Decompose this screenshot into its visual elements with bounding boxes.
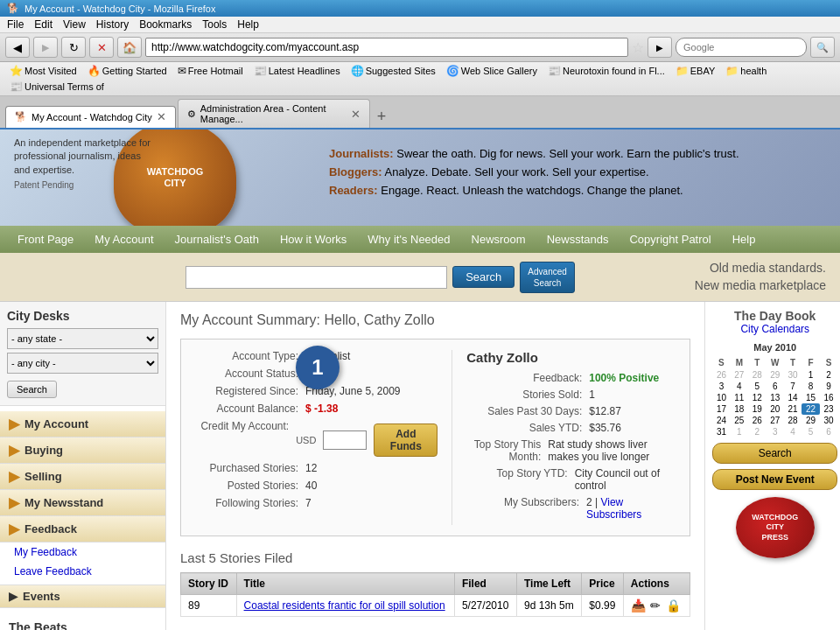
menu-bookmarks[interactable]: Bookmarks [139, 18, 192, 31]
bookmark-neurotoxin[interactable]: 📰 Neurotoxin found in Fl... [543, 64, 669, 78]
cal-day[interactable]: 28 [748, 369, 766, 381]
cal-day[interactable]: 30 [784, 369, 802, 381]
nav-front-page[interactable]: Front Page [7, 226, 84, 253]
cal-day[interactable]: 15 [802, 392, 819, 403]
bookmark-universal-terms[interactable]: 📰 Universal Terms of [5, 80, 108, 94]
cal-day[interactable]: 7 [784, 381, 802, 392]
cal-day-today[interactable]: 22 [802, 403, 819, 415]
lock-icon[interactable]: 🔒 [666, 598, 681, 612]
city-search-button[interactable]: Search [7, 381, 57, 398]
bookmark-headlines[interactable]: 📰 Latest Headlines [249, 64, 345, 78]
leave-feedback-link[interactable]: Leave Feedback [0, 562, 165, 581]
state-select[interactable]: - any state - [7, 328, 158, 349]
cal-day[interactable]: 6 [820, 426, 837, 438]
nav-help[interactable]: Help [722, 226, 766, 253]
sidebar-item-my-newsstand[interactable]: ▶ My Newsstand [0, 490, 165, 516]
bookmark-getting-started[interactable]: 🔥 Getting Started [83, 64, 172, 78]
cal-day[interactable]: 30 [820, 415, 837, 426]
download-icon[interactable]: 📥 [631, 598, 646, 612]
cal-day[interactable]: 23 [820, 403, 837, 415]
cal-day[interactable]: 31 [712, 426, 730, 438]
cal-day[interactable]: 10 [712, 392, 730, 403]
nav-oath[interactable]: Journalist's Oath [164, 226, 270, 253]
sidebar-item-feedback[interactable]: ▶ Feedback [0, 516, 165, 542]
cal-day[interactable]: 13 [766, 392, 784, 403]
nav-why-needed[interactable]: Why it's Needed [357, 226, 460, 253]
my-feedback-link[interactable]: My Feedback [0, 542, 165, 562]
bookmark-health[interactable]: 📁 health [721, 64, 771, 78]
cal-day[interactable]: 11 [731, 392, 748, 403]
cal-day[interactable]: 14 [784, 392, 802, 403]
cal-day[interactable]: 12 [748, 392, 766, 403]
cal-day[interactable]: 29 [766, 369, 784, 381]
go-button[interactable]: ▶ [648, 37, 672, 58]
advanced-search-button[interactable]: AdvancedSearch [520, 262, 574, 293]
cal-day[interactable]: 1 [802, 369, 819, 381]
menu-file[interactable]: File [7, 18, 24, 31]
cal-day[interactable]: 18 [731, 403, 748, 415]
cal-day[interactable]: 28 [784, 415, 802, 426]
menu-history[interactable]: History [96, 18, 129, 31]
cal-day[interactable]: 24 [712, 415, 730, 426]
sidebar-item-events[interactable]: ▶ Events [0, 584, 165, 608]
cal-day[interactable]: 1 [731, 426, 748, 438]
back-button[interactable]: ◀ [5, 37, 30, 58]
city-calendars-link[interactable]: City Calendars [712, 323, 837, 335]
bookmark-most-visited[interactable]: ⭐ Most Visited [5, 64, 81, 78]
cal-day[interactable]: 5 [748, 381, 766, 392]
sidebar-item-buying[interactable]: ▶ Buying [0, 438, 165, 464]
story-title-link[interactable]: Coastal residents frantic for oil spill … [244, 599, 445, 612]
bookmark-star[interactable]: ☆ [632, 39, 644, 56]
cal-day[interactable]: 20 [766, 403, 784, 415]
browser-search-input[interactable] [676, 38, 807, 57]
cal-day[interactable]: 27 [766, 415, 784, 426]
add-funds-button[interactable]: Add Funds [374, 424, 438, 457]
nav-newsstands[interactable]: Newsstands [536, 226, 620, 253]
forward-button[interactable]: ▶ [33, 37, 58, 58]
cal-day[interactable]: 4 [731, 381, 748, 392]
nav-my-account[interactable]: My Account [84, 226, 164, 253]
home-button[interactable]: 🏠 [117, 37, 142, 58]
cal-day[interactable]: 29 [802, 415, 819, 426]
cal-day[interactable]: 17 [712, 403, 730, 415]
cal-day[interactable]: 25 [731, 415, 748, 426]
cal-day[interactable]: 16 [820, 392, 837, 403]
bookmark-hotmail[interactable]: ✉ Free Hotmail [173, 64, 248, 78]
cal-day[interactable]: 4 [784, 426, 802, 438]
bookmark-ebay[interactable]: 📁 EBAY [671, 64, 720, 78]
cal-day[interactable]: 3 [712, 381, 730, 392]
refresh-button[interactable]: ↻ [61, 37, 86, 58]
menu-tools[interactable]: Tools [202, 18, 227, 31]
tab-close-1[interactable]: ✕ [157, 110, 166, 123]
search-input[interactable] [186, 266, 447, 289]
cal-day[interactable]: 2 [820, 369, 837, 381]
cal-day[interactable]: 19 [748, 403, 766, 415]
tab-close-2[interactable]: ✕ [351, 108, 360, 121]
bookmark-web-slice[interactable]: 🌀 Web Slice Gallery [442, 64, 542, 78]
cal-day[interactable]: 5 [802, 426, 819, 438]
menu-view[interactable]: View [63, 18, 86, 31]
post-event-button[interactable]: Post New Event [712, 469, 837, 490]
edit-icon[interactable]: ✏ [650, 598, 661, 612]
cal-day[interactable]: 26 [748, 415, 766, 426]
search-button[interactable]: Search [452, 266, 514, 288]
cal-day[interactable]: 6 [766, 381, 784, 392]
cal-day[interactable]: 3 [766, 426, 784, 438]
browser-search-button[interactable]: 🔍 [810, 37, 835, 58]
city-select[interactable]: - any city - [7, 353, 158, 374]
nav-how-it-works[interactable]: How it Works [270, 226, 357, 253]
nav-newsroom[interactable]: Newsroom [461, 226, 536, 253]
nav-copyright[interactable]: Copyright Patrol [619, 226, 721, 253]
cal-day[interactable]: 8 [802, 381, 819, 392]
stop-button[interactable]: ✕ [89, 37, 114, 58]
calendar-search-button[interactable]: Search [712, 443, 837, 464]
cal-day[interactable]: 2 [748, 426, 766, 438]
cal-day[interactable]: 26 [712, 369, 730, 381]
watchdog-press-button[interactable]: WATCHDOG CITY PRESS [736, 497, 815, 558]
cal-day[interactable]: 21 [784, 403, 802, 415]
menu-edit[interactable]: Edit [34, 18, 52, 31]
cal-day[interactable]: 27 [731, 369, 748, 381]
menu-help[interactable]: Help [237, 18, 259, 31]
new-tab-button[interactable]: + [372, 106, 392, 128]
sidebar-item-my-account[interactable]: ▶ My Account [0, 411, 165, 438]
